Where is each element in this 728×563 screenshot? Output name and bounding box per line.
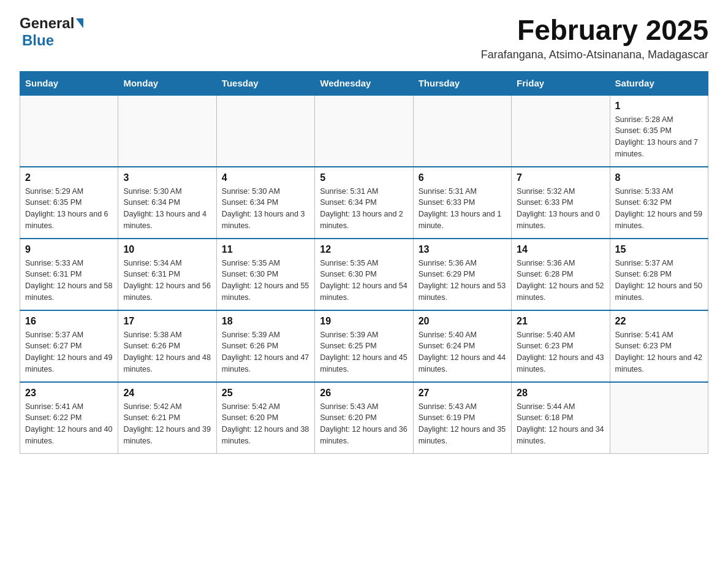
day-info: Sunrise: 5:39 AM Sunset: 6:25 PM Dayligh… bbox=[320, 329, 408, 375]
calendar-cell: 14Sunrise: 5:36 AM Sunset: 6:28 PM Dayli… bbox=[512, 239, 610, 310]
day-info: Sunrise: 5:35 AM Sunset: 6:30 PM Dayligh… bbox=[222, 258, 309, 304]
calendar-cell: 9Sunrise: 5:33 AM Sunset: 6:31 PM Daylig… bbox=[20, 239, 118, 310]
col-header-wednesday: Wednesday bbox=[315, 71, 413, 95]
page-header: General Blue February 2025 Farafangana, … bbox=[20, 15, 708, 61]
week-row-5: 23Sunrise: 5:41 AM Sunset: 6:22 PM Dayli… bbox=[20, 382, 708, 454]
calendar-cell: 1Sunrise: 5:28 AM Sunset: 6:35 PM Daylig… bbox=[610, 95, 708, 167]
day-info: Sunrise: 5:30 AM Sunset: 6:34 PM Dayligh… bbox=[222, 186, 309, 232]
col-header-saturday: Saturday bbox=[610, 71, 708, 95]
day-info: Sunrise: 5:35 AM Sunset: 6:30 PM Dayligh… bbox=[320, 258, 408, 304]
calendar-cell: 27Sunrise: 5:43 AM Sunset: 6:19 PM Dayli… bbox=[413, 382, 511, 454]
calendar-cell: 4Sunrise: 5:30 AM Sunset: 6:34 PM Daylig… bbox=[216, 167, 314, 239]
day-info: Sunrise: 5:42 AM Sunset: 6:20 PM Dayligh… bbox=[222, 401, 309, 447]
calendar-cell: 15Sunrise: 5:37 AM Sunset: 6:28 PM Dayli… bbox=[610, 239, 708, 310]
day-info: Sunrise: 5:42 AM Sunset: 6:21 PM Dayligh… bbox=[123, 401, 211, 447]
day-info: Sunrise: 5:33 AM Sunset: 6:32 PM Dayligh… bbox=[615, 186, 703, 232]
calendar-cell: 19Sunrise: 5:39 AM Sunset: 6:25 PM Dayli… bbox=[315, 310, 413, 382]
day-info: Sunrise: 5:41 AM Sunset: 6:23 PM Dayligh… bbox=[615, 329, 703, 375]
day-number: 1 bbox=[615, 101, 703, 112]
logo-triangle-icon bbox=[76, 18, 83, 28]
calendar-cell: 21Sunrise: 5:40 AM Sunset: 6:23 PM Dayli… bbox=[512, 310, 610, 382]
calendar-cell: 10Sunrise: 5:34 AM Sunset: 6:31 PM Dayli… bbox=[118, 239, 216, 310]
day-info: Sunrise: 5:43 AM Sunset: 6:19 PM Dayligh… bbox=[419, 401, 506, 447]
calendar-cell bbox=[512, 95, 610, 167]
location-subtitle: Farafangana, Atsimo-Atsinanana, Madagasc… bbox=[481, 48, 708, 61]
calendar-cell: 22Sunrise: 5:41 AM Sunset: 6:23 PM Dayli… bbox=[610, 310, 708, 382]
day-info: Sunrise: 5:44 AM Sunset: 6:18 PM Dayligh… bbox=[517, 401, 604, 447]
day-number: 8 bbox=[615, 172, 703, 183]
calendar-cell: 8Sunrise: 5:33 AM Sunset: 6:32 PM Daylig… bbox=[610, 167, 708, 239]
col-header-thursday: Thursday bbox=[413, 71, 511, 95]
col-header-sunday: Sunday bbox=[20, 71, 118, 95]
day-info: Sunrise: 5:38 AM Sunset: 6:26 PM Dayligh… bbox=[123, 329, 211, 375]
day-number: 13 bbox=[419, 244, 506, 255]
day-number: 20 bbox=[419, 316, 506, 327]
calendar-cell bbox=[20, 95, 118, 167]
day-info: Sunrise: 5:36 AM Sunset: 6:29 PM Dayligh… bbox=[419, 258, 506, 304]
day-number: 28 bbox=[517, 388, 604, 399]
day-number: 26 bbox=[320, 388, 408, 399]
day-number: 6 bbox=[419, 172, 506, 183]
calendar-cell bbox=[216, 95, 314, 167]
day-info: Sunrise: 5:32 AM Sunset: 6:33 PM Dayligh… bbox=[517, 186, 604, 232]
day-info: Sunrise: 5:29 AM Sunset: 6:35 PM Dayligh… bbox=[25, 186, 113, 232]
day-number: 4 bbox=[222, 172, 309, 183]
calendar-cell: 25Sunrise: 5:42 AM Sunset: 6:20 PM Dayli… bbox=[216, 382, 314, 454]
day-number: 2 bbox=[25, 172, 113, 183]
calendar-cell: 12Sunrise: 5:35 AM Sunset: 6:30 PM Dayli… bbox=[315, 239, 413, 310]
calendar-cell: 26Sunrise: 5:43 AM Sunset: 6:20 PM Dayli… bbox=[315, 382, 413, 454]
day-number: 24 bbox=[123, 388, 211, 399]
day-info: Sunrise: 5:33 AM Sunset: 6:31 PM Dayligh… bbox=[25, 258, 113, 304]
day-info: Sunrise: 5:40 AM Sunset: 6:24 PM Dayligh… bbox=[419, 329, 506, 375]
week-row-2: 2Sunrise: 5:29 AM Sunset: 6:35 PM Daylig… bbox=[20, 167, 708, 239]
calendar-cell: 23Sunrise: 5:41 AM Sunset: 6:22 PM Dayli… bbox=[20, 382, 118, 454]
day-info: Sunrise: 5:43 AM Sunset: 6:20 PM Dayligh… bbox=[320, 401, 408, 447]
day-number: 18 bbox=[222, 316, 309, 327]
logo-general-text: General bbox=[20, 15, 74, 32]
day-number: 15 bbox=[615, 244, 703, 255]
day-number: 23 bbox=[25, 388, 113, 399]
day-number: 12 bbox=[320, 244, 408, 255]
calendar-cell: 6Sunrise: 5:31 AM Sunset: 6:33 PM Daylig… bbox=[413, 167, 511, 239]
day-number: 7 bbox=[517, 172, 604, 183]
day-info: Sunrise: 5:36 AM Sunset: 6:28 PM Dayligh… bbox=[517, 258, 604, 304]
day-info: Sunrise: 5:39 AM Sunset: 6:26 PM Dayligh… bbox=[222, 329, 309, 375]
day-info: Sunrise: 5:34 AM Sunset: 6:31 PM Dayligh… bbox=[123, 258, 211, 304]
day-number: 22 bbox=[615, 316, 703, 327]
calendar-cell bbox=[118, 95, 216, 167]
calendar-cell bbox=[315, 95, 413, 167]
day-info: Sunrise: 5:37 AM Sunset: 6:27 PM Dayligh… bbox=[25, 329, 113, 375]
col-header-tuesday: Tuesday bbox=[216, 71, 314, 95]
day-number: 9 bbox=[25, 244, 113, 255]
calendar-cell: 13Sunrise: 5:36 AM Sunset: 6:29 PM Dayli… bbox=[413, 239, 511, 310]
day-number: 19 bbox=[320, 316, 408, 327]
day-info: Sunrise: 5:30 AM Sunset: 6:34 PM Dayligh… bbox=[123, 186, 211, 232]
day-number: 10 bbox=[123, 244, 211, 255]
day-info: Sunrise: 5:31 AM Sunset: 6:34 PM Dayligh… bbox=[320, 186, 408, 232]
day-number: 17 bbox=[123, 316, 211, 327]
day-number: 14 bbox=[517, 244, 604, 255]
week-row-1: 1Sunrise: 5:28 AM Sunset: 6:35 PM Daylig… bbox=[20, 95, 708, 167]
day-number: 16 bbox=[25, 316, 113, 327]
calendar-header-row: SundayMondayTuesdayWednesdayThursdayFrid… bbox=[20, 71, 708, 95]
calendar-cell: 17Sunrise: 5:38 AM Sunset: 6:26 PM Dayli… bbox=[118, 310, 216, 382]
calendar-cell: 16Sunrise: 5:37 AM Sunset: 6:27 PM Dayli… bbox=[20, 310, 118, 382]
calendar-cell: 5Sunrise: 5:31 AM Sunset: 6:34 PM Daylig… bbox=[315, 167, 413, 239]
logo: General Blue bbox=[20, 15, 83, 49]
day-info: Sunrise: 5:40 AM Sunset: 6:23 PM Dayligh… bbox=[517, 329, 604, 375]
col-header-monday: Monday bbox=[118, 71, 216, 95]
week-row-4: 16Sunrise: 5:37 AM Sunset: 6:27 PM Dayli… bbox=[20, 310, 708, 382]
day-info: Sunrise: 5:37 AM Sunset: 6:28 PM Dayligh… bbox=[615, 258, 703, 304]
month-title: February 2025 bbox=[481, 15, 708, 46]
calendar-cell bbox=[413, 95, 511, 167]
day-info: Sunrise: 5:31 AM Sunset: 6:33 PM Dayligh… bbox=[419, 186, 506, 232]
calendar-cell: 18Sunrise: 5:39 AM Sunset: 6:26 PM Dayli… bbox=[216, 310, 314, 382]
day-number: 25 bbox=[222, 388, 309, 399]
day-number: 5 bbox=[320, 172, 408, 183]
day-number: 27 bbox=[419, 388, 506, 399]
logo-blue-text: Blue bbox=[22, 32, 54, 48]
day-info: Sunrise: 5:28 AM Sunset: 6:35 PM Dayligh… bbox=[615, 114, 703, 160]
day-number: 3 bbox=[123, 172, 211, 183]
calendar-cell: 28Sunrise: 5:44 AM Sunset: 6:18 PM Dayli… bbox=[512, 382, 610, 454]
calendar-cell: 11Sunrise: 5:35 AM Sunset: 6:30 PM Dayli… bbox=[216, 239, 314, 310]
